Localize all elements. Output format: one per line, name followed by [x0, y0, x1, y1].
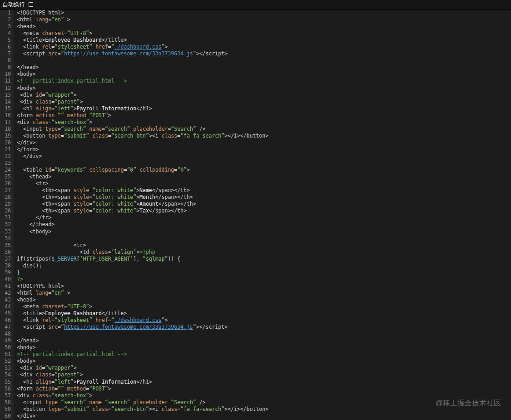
line-number: 50: [0, 344, 14, 351]
code-line[interactable]: 35 <tr>: [0, 242, 511, 249]
code-line[interactable]: 29 <th><span style=“color: white”>Amount…: [0, 201, 511, 208]
code-token: Payroll Information: [77, 379, 137, 385]
code-line[interactable]: 57<div class=“search-box”>: [0, 392, 511, 399]
code-token: </form>: [17, 146, 39, 153]
code-line[interactable]: 27 <th><span style=“color: white”>Name</…: [0, 187, 511, 194]
code-line[interactable]: 48: [0, 331, 511, 337]
code-line[interactable]: 8: [0, 57, 511, 64]
code-line[interactable]: 39}: [0, 269, 511, 276]
code-token: </h1>: [136, 105, 152, 112]
code-line[interactable]: 3<head>: [0, 23, 511, 30]
code-lines: 1<!DOCTYPE html>2<html lang=“en” >3<head…: [0, 10, 511, 420]
code-token: </div>: [17, 413, 36, 419]
code-line[interactable]: 46 <link rel=“stylesheet” href=“./dashbo…: [0, 317, 511, 324]
code-line[interactable]: 51<!-- partial:index.partial.html -->: [0, 351, 511, 358]
code-editor[interactable]: 1<!DOCTYPE html>2<html lang=“en” >3<head…: [0, 10, 511, 420]
code-line[interactable]: 32 </thead>: [0, 221, 511, 228]
code-line[interactable]: 49</head>: [0, 337, 511, 344]
code-line[interactable]: 14 <div class=“parent”>: [0, 99, 511, 105]
code-line[interactable]: 7 <script src=“https://use.fontawesome.c…: [0, 50, 511, 57]
code-line[interactable]: 44 <meta charset=“UTF-8”>: [0, 303, 511, 310]
line-number: 17: [0, 119, 14, 126]
code-token: =: [58, 399, 61, 405]
code-token: align: [36, 379, 52, 385]
code-line[interactable]: 10<body>: [0, 71, 511, 78]
code-text: [14, 331, 17, 337]
code-line[interactable]: 21</form>: [0, 146, 511, 153]
code-line[interactable]: 40?>: [0, 276, 511, 283]
code-token: <script: [17, 324, 48, 330]
line-number: 21: [0, 146, 14, 153]
code-line[interactable]: 52<body>: [0, 358, 511, 365]
code-token: charset: [42, 303, 64, 310]
code-line[interactable]: 2<html lang=“en” >: [0, 16, 511, 23]
line-number: 46: [0, 317, 14, 324]
code-line[interactable]: 41<!DOCTYPE html>: [0, 283, 511, 290]
code-line[interactable]: 37if(stripos($_SERVER[‘HTTP_USER_AGENT’]…: [0, 256, 511, 262]
code-line[interactable]: 31 </tr>: [0, 214, 511, 221]
code-line[interactable]: 55 <h1 align=“left”>Payroll Information<…: [0, 379, 511, 385]
code-line[interactable]: 38 die();: [0, 262, 511, 269]
code-line[interactable]: 25 <thead>: [0, 173, 511, 180]
code-line[interactable]: 6 <link rel=“stylesheet” href=“./dashboa…: [0, 44, 511, 50]
line-number: 48: [0, 331, 14, 337]
line-number: 2: [0, 16, 14, 23]
code-line[interactable]: 12<body>: [0, 85, 511, 92]
code-line[interactable]: 47 <script src=“https://use.fontawesome.…: [0, 324, 511, 331]
code-token: </span></th>: [152, 187, 190, 193]
code-line[interactable]: 34: [0, 235, 511, 242]
code-line[interactable]: 54 <div class=“parent”>: [0, 371, 511, 378]
code-line[interactable]: 9</head>: [0, 64, 511, 71]
code-line[interactable]: 5 <title>Employee Dashboard</title>: [0, 37, 511, 44]
code-line[interactable]: 23: [0, 160, 511, 167]
code-line[interactable]: 60</div>: [0, 413, 511, 420]
code-line[interactable]: 30 <th><span style=“color: white”>Tax</s…: [0, 208, 511, 214]
code-token: “wrapper”: [45, 365, 73, 371]
code-line[interactable]: 58 <input type=“search” name=“search” pl…: [0, 399, 511, 406]
code-token: “POST”: [89, 385, 108, 392]
code-line[interactable]: 24 <table id=“keywords” cellspacing=“0” …: [0, 167, 511, 173]
code-line[interactable]: 28 <th><span style=“color: white”>Month<…: [0, 194, 511, 201]
code-line[interactable]: 18 <input type=“search” name=“search” pl…: [0, 126, 511, 133]
code-line[interactable]: 17<div class=“search-box”>: [0, 119, 511, 126]
code-line[interactable]: 26 <tr>: [0, 180, 511, 187]
code-text: <head>: [14, 23, 36, 30]
code-text: [14, 57, 17, 64]
code-text: <!-- partial:index.partial.html -->: [14, 78, 127, 84]
code-line[interactable]: 22 </div>: [0, 153, 511, 160]
code-text: <html lang=“en” >: [14, 290, 70, 296]
line-number: 32: [0, 221, 14, 228]
line-number: 31: [0, 214, 14, 221]
code-line[interactable]: 20</div>: [0, 139, 511, 146]
code-line[interactable]: 53 <div id=“wrapper”>: [0, 365, 511, 371]
line-number: 1: [0, 10, 14, 16]
code-text: <h1 align=“left”>Payroll Information</h1…: [14, 105, 152, 112]
code-token: </span></th>: [159, 201, 196, 207]
code-line[interactable]: 19 <button type=“submit” class=“search-b…: [0, 133, 511, 139]
code-line[interactable]: 36 <td class=‘lalign’><?php: [0, 249, 511, 256]
code-line[interactable]: 43<head>: [0, 296, 511, 303]
code-token: charset: [42, 30, 64, 36]
line-number: 16: [0, 112, 14, 119]
code-token: “left”: [55, 105, 74, 112]
word-wrap-checkbox[interactable]: [29, 2, 33, 7]
code-token: >: [108, 385, 111, 392]
code-token: <button: [17, 406, 48, 412]
code-line[interactable]: 16<form action=“” method=“POST”>: [0, 112, 511, 119]
code-line[interactable]: 1<!DOCTYPE html>: [0, 10, 511, 16]
line-number: 23: [0, 160, 14, 167]
code-text: <body>: [14, 71, 36, 78]
code-line[interactable]: 50<body>: [0, 344, 511, 351]
code-token: =: [61, 406, 64, 412]
code-line[interactable]: 33 <tbody>: [0, 228, 511, 235]
code-line[interactable]: 15 <h1 align=“left”>Payroll Information<…: [0, 105, 511, 112]
code-line[interactable]: 42<html lang=“en” >: [0, 290, 511, 296]
code-line[interactable]: 59 <button type=“submit” class=“search-b…: [0, 406, 511, 413]
line-number: 14: [0, 99, 14, 105]
code-line[interactable]: 45 <title>Employee Dashboard</title>: [0, 310, 511, 317]
code-line[interactable]: 4 <meta charset=“UTF-8”>: [0, 30, 511, 37]
code-token: href: [95, 44, 108, 50]
code-line[interactable]: 13 <div id=“wrapper”>: [0, 92, 511, 99]
code-line[interactable]: 56<form action=“” method=“POST”>: [0, 385, 511, 392]
code-line[interactable]: 11<!-- partial:index.partial.html -->: [0, 78, 511, 84]
